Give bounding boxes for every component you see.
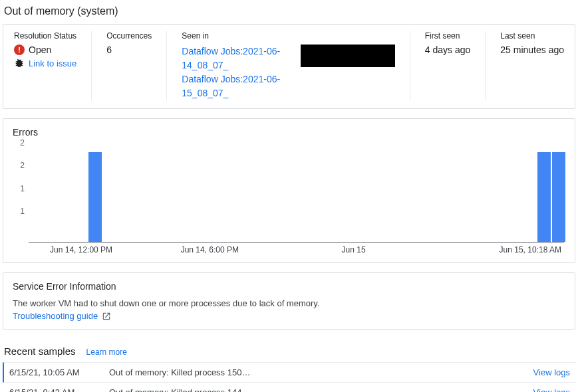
chart-bar[interactable]	[552, 152, 565, 242]
occurrences-label: Occurrences	[106, 31, 152, 41]
y-tick: 2	[20, 161, 25, 170]
link-to-issue-link[interactable]: Link to issue	[29, 58, 76, 68]
resolution-status-label: Resolution Status	[14, 31, 76, 41]
x-tick: Jun 15	[342, 245, 366, 254]
first-seen-label: First seen	[425, 31, 471, 41]
y-tick: 1	[20, 207, 25, 216]
chart-area[interactable]: 2 2 1 1	[29, 143, 564, 243]
summary-card: Resolution Status ! Open Link to issue O…	[3, 24, 575, 109]
x-axis-ticks: Jun 14, 12:00 PM Jun 14, 6:00 PM Jun 15 …	[29, 243, 561, 258]
service-error-card: Service Error Information The worker VM …	[3, 272, 575, 330]
y-tick: 2	[20, 138, 25, 147]
x-tick: Jun 14, 6:00 PM	[181, 245, 239, 254]
seen-in-links: Dataflow Jobs:2021-06-14_08_07_ Dataflow…	[182, 45, 297, 100]
sample-row[interactable]: 6/15/21, 9:43 AMOut of memory: Killed pr…	[3, 383, 575, 392]
y-tick: 1	[20, 184, 25, 193]
status-row: ! Open	[14, 45, 76, 55]
seen-in-link[interactable]: Dataflow Jobs:2021-06-14_08_07_	[182, 45, 297, 72]
y-axis-ticks: 2 2 1 1	[13, 143, 27, 243]
chart-bar[interactable]	[88, 152, 102, 242]
status-text: Open	[29, 45, 51, 55]
service-error-text: The worker VM had to shut down one or mo…	[13, 298, 565, 308]
sample-message: Out of memory: Killed process 150…	[109, 367, 533, 377]
page-title: Out of memory (system)	[4, 5, 575, 17]
samples-header: Recent samples Learn more	[4, 345, 575, 357]
x-tick: Jun 15, 10:18 AM	[500, 245, 561, 254]
seen-in-label: Seen in	[182, 31, 394, 41]
last-seen-col: Last seen 25 minutes ago	[500, 31, 564, 100]
x-tick: Jun 14, 12:00 PM	[50, 245, 112, 254]
learn-more-link[interactable]: Learn more	[86, 347, 127, 357]
first-seen-col: First seen 4 days ago	[425, 31, 486, 100]
bug-icon	[14, 58, 25, 68]
sample-time: 6/15/21, 9:43 AM	[9, 387, 109, 392]
seen-in-link[interactable]: Dataflow Jobs:2021-06-15_08_07_	[182, 72, 297, 100]
errors-chart-card: Errors 2 2 1 1 Jun 14, 12:00 PM Jun 14, …	[3, 118, 575, 263]
link-to-issue-row[interactable]: Link to issue	[14, 58, 76, 68]
troubleshooting-guide-link[interactable]: Troubleshooting guide	[13, 311, 111, 321]
samples-title: Recent samples	[4, 345, 76, 357]
first-seen-value: 4 days ago	[425, 45, 471, 55]
troubleshooting-guide-label: Troubleshooting guide	[13, 311, 98, 321]
sample-time: 6/15/21, 10:05 AM	[9, 367, 109, 377]
view-logs-link[interactable]: View logs	[533, 367, 570, 377]
samples-table: 6/15/21, 10:05 AMOut of memory: Killed p…	[3, 362, 575, 392]
external-link-icon	[102, 312, 111, 321]
view-logs-link[interactable]: View logs	[533, 387, 570, 392]
redacted-block	[301, 45, 394, 67]
service-error-title: Service Error Information	[13, 281, 565, 292]
last-seen-label: Last seen	[500, 31, 564, 41]
sample-row[interactable]: 6/15/21, 10:05 AMOut of memory: Killed p…	[3, 362, 575, 383]
chart-plot	[29, 143, 564, 243]
error-icon: !	[14, 45, 25, 55]
resolution-status-col: Resolution Status ! Open Link to issue	[14, 31, 92, 100]
occurrences-value: 6	[106, 45, 152, 55]
last-seen-value: 25 minutes ago	[500, 45, 564, 55]
occurrences-col: Occurrences 6	[106, 31, 167, 100]
chart-bar[interactable]	[537, 152, 551, 242]
sample-message: Out of memory: Killed process 144…	[109, 387, 533, 392]
chart-title: Errors	[13, 127, 565, 138]
seen-in-col: Seen in Dataflow Jobs:2021-06-14_08_07_ …	[182, 31, 410, 100]
